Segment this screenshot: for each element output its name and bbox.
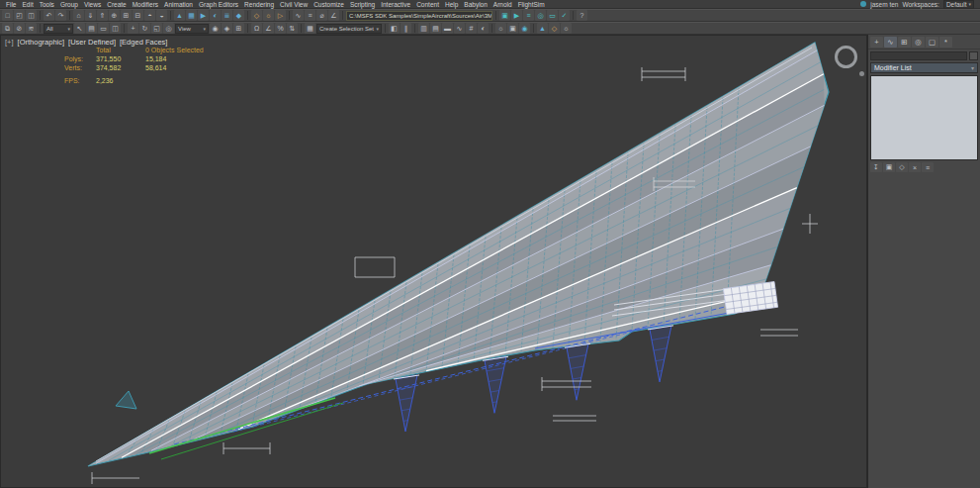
object-name-field[interactable] bbox=[870, 51, 967, 60]
menu-help[interactable]: Help bbox=[442, 1, 461, 8]
rectangular-selection-region-icon[interactable]: ▭ bbox=[98, 23, 109, 34]
menu-graph-editors[interactable]: Graph Editors bbox=[196, 1, 241, 8]
toggle-scene-explorer-icon[interactable]: ▥ bbox=[418, 23, 429, 34]
select-and-place-icon[interactable]: ◎ bbox=[163, 23, 174, 34]
select-and-move-icon[interactable]: + bbox=[128, 23, 138, 34]
fetch-icon[interactable]: ◒ bbox=[156, 10, 167, 21]
merge-icon[interactable]: ⊕ bbox=[109, 10, 120, 21]
flightsim-visibility-icon[interactable]: ◎ bbox=[535, 10, 546, 21]
render-setup-icon[interactable]: ☼ bbox=[495, 23, 506, 34]
viewport-menu-general[interactable]: [+] bbox=[5, 38, 14, 47]
select-and-link-icon[interactable]: ⧉ bbox=[2, 23, 13, 34]
select-and-rotate-icon[interactable]: ↻ bbox=[139, 23, 150, 34]
spinner-snap-icon[interactable]: ⇅ bbox=[287, 23, 298, 34]
tab-modify[interactable]: ∿ bbox=[884, 37, 897, 48]
edit-named-selection-sets-icon[interactable]: ▦ bbox=[305, 23, 315, 34]
flightsim-export-xml-icon[interactable]: ▣ bbox=[499, 10, 510, 21]
menu-flightsim[interactable]: FlightSim bbox=[515, 1, 548, 8]
select-object-icon[interactable]: ↖ bbox=[74, 23, 85, 34]
script-editor-icon[interactable]: ∿ bbox=[293, 10, 304, 21]
flightsim-animation-export-icon[interactable]: ▶ bbox=[511, 10, 522, 21]
mirror-icon[interactable]: ◧ bbox=[389, 23, 400, 34]
save-file-icon[interactable]: ◫ bbox=[26, 10, 37, 21]
unlink-selection-icon[interactable]: ⊘ bbox=[14, 23, 25, 34]
menu-content[interactable]: Content bbox=[413, 1, 442, 8]
import-icon[interactable]: ⇓ bbox=[85, 10, 96, 21]
flightsim-bounding-box-icon[interactable]: ▭ bbox=[547, 10, 558, 21]
pin-stack-icon[interactable]: ↧ bbox=[870, 162, 882, 172]
viewport-menu-pov[interactable]: [Orthographic] bbox=[18, 38, 65, 47]
material-editor-icon[interactable]: ◐ bbox=[478, 23, 489, 34]
select-and-scale-icon[interactable]: ◱ bbox=[151, 23, 162, 34]
curve-editor-icon[interactable]: ∿ bbox=[454, 23, 465, 34]
flightsim-lod-icon[interactable]: ≡ bbox=[523, 10, 534, 21]
babylon-export-icon[interactable]: ◇ bbox=[251, 10, 262, 21]
modifier-stack-list[interactable] bbox=[870, 75, 978, 160]
remove-modifier-icon[interactable]: × bbox=[909, 162, 921, 172]
menu-tools[interactable]: Tools bbox=[37, 1, 57, 8]
toggle-layer-explorer-icon[interactable]: ▤ bbox=[430, 23, 441, 34]
menu-babylon[interactable]: Babylon bbox=[461, 1, 490, 8]
hold-icon[interactable]: ◓ bbox=[144, 10, 155, 21]
msfs-build-package-icon[interactable]: ▦ bbox=[186, 10, 197, 21]
window-crossing-icon[interactable]: ◫ bbox=[110, 23, 121, 34]
units-setup-icon[interactable]: ⌀ bbox=[316, 10, 327, 21]
menu-group[interactable]: Group bbox=[57, 1, 81, 8]
msfs-lod-manager-icon[interactable]: ≣ bbox=[222, 10, 232, 21]
workspace-dropdown[interactable]: Default ▾ bbox=[943, 0, 974, 9]
flightsim-validate-icon[interactable]: ✓ bbox=[559, 10, 570, 21]
babylon-properties-icon[interactable]: ☼ bbox=[263, 10, 274, 21]
menu-scripting[interactable]: Scripting bbox=[347, 1, 378, 8]
menu-customize[interactable]: Customize bbox=[311, 1, 347, 8]
redo-icon[interactable]: ↷ bbox=[55, 10, 66, 21]
show-end-result-icon[interactable]: ▣ bbox=[883, 162, 895, 172]
tab-create[interactable]: + bbox=[870, 37, 883, 48]
menu-arnold[interactable]: Arnold bbox=[490, 1, 515, 8]
percent-snap-icon[interactable]: % bbox=[275, 23, 286, 34]
select-and-manipulate-icon[interactable]: ◈ bbox=[222, 23, 232, 34]
project-folder-icon[interactable]: ⌂ bbox=[73, 10, 84, 21]
msfs-material-utility-icon[interactable]: ◐ bbox=[210, 10, 221, 21]
menu-rendering[interactable]: Rendering bbox=[241, 1, 277, 8]
asset-tracking-icon[interactable]: ⊟ bbox=[133, 10, 143, 21]
msfs-aircraft-editor-icon[interactable]: ▶ bbox=[198, 10, 209, 21]
rendered-frame-window-icon[interactable]: ▣ bbox=[507, 23, 518, 34]
listener-icon[interactable]: ≡ bbox=[305, 10, 315, 21]
keyboard-shortcut-override-icon[interactable]: ⊞ bbox=[233, 23, 244, 34]
msfs-multi-exporter-icon[interactable]: ▲ bbox=[537, 23, 548, 34]
menu-views[interactable]: Views bbox=[81, 1, 104, 8]
named-selection-sets-combo[interactable]: Create Selection Set▾ bbox=[316, 24, 382, 34]
view-navigation-gizmo[interactable] bbox=[835, 46, 857, 68]
signed-in-user[interactable]: jasem ten bbox=[870, 1, 898, 8]
measure-icon[interactable]: ∠ bbox=[328, 10, 339, 21]
make-unique-icon[interactable]: ◇ bbox=[896, 162, 908, 172]
bind-to-space-warp-icon[interactable]: ≋ bbox=[26, 23, 37, 34]
toggle-ribbon-icon[interactable]: ▬ bbox=[442, 23, 453, 34]
tab-utilities[interactable]: * bbox=[939, 37, 952, 48]
align-icon[interactable]: ∥ bbox=[401, 23, 411, 34]
msfs-gizmo-icon[interactable]: ◆ bbox=[233, 10, 244, 21]
menu-create[interactable]: Create bbox=[104, 1, 130, 8]
render-production-icon[interactable]: ◉ bbox=[519, 23, 530, 34]
menu-animation[interactable]: Animation bbox=[161, 1, 196, 8]
menu-modifiers[interactable]: Modifiers bbox=[130, 1, 161, 8]
menu-interactive[interactable]: Interactive bbox=[378, 1, 413, 8]
tab-motion[interactable]: ◎ bbox=[912, 37, 925, 48]
angle-snap-icon[interactable]: ∠ bbox=[263, 23, 274, 34]
viewport[interactable]: [+] [Orthographic] [User Defined] [Edged… bbox=[0, 35, 867, 488]
configure-modifier-sets-icon[interactable]: ≡ bbox=[922, 162, 934, 172]
user-avatar-icon[interactable] bbox=[860, 1, 866, 7]
undo-icon[interactable]: ↶ bbox=[44, 10, 54, 21]
use-pivot-point-icon[interactable]: ◉ bbox=[210, 23, 221, 34]
babylon-animation-icon[interactable]: ▷ bbox=[275, 10, 286, 21]
new-scene-icon[interactable]: □ bbox=[2, 10, 13, 21]
xref-scene-icon[interactable]: ⊞ bbox=[121, 10, 132, 21]
snaps-toggle-icon[interactable]: Ω bbox=[251, 23, 262, 34]
msfs-export-icon[interactable]: ▲ bbox=[174, 10, 185, 21]
babylon-inspector-icon[interactable]: ◇ bbox=[549, 23, 560, 34]
scene-path-field[interactable]: C:\MSFS SDK Samples\SimpleAircraft\Sourc… bbox=[346, 11, 492, 21]
select-by-name-icon[interactable]: ▤ bbox=[86, 23, 97, 34]
arnold-lights-icon[interactable]: ☼ bbox=[561, 23, 572, 34]
open-file-icon[interactable]: ◰ bbox=[14, 10, 25, 21]
help-icon[interactable]: ? bbox=[577, 10, 587, 21]
